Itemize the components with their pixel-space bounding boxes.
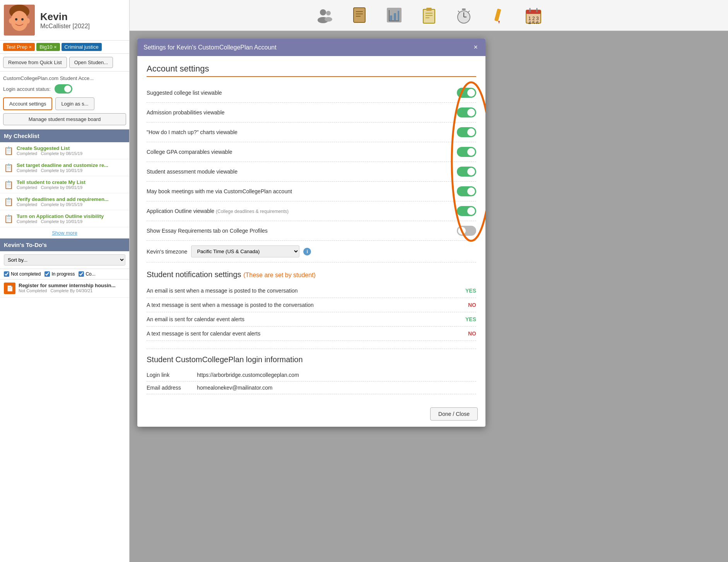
student-account-title: CustomCollegePlan.com Student Acce... xyxy=(3,75,126,81)
todo-filter-row: Not completed In progress Co... xyxy=(0,269,129,279)
timezone-select[interactable]: Pacific Time (US & Canada)Eastern Time (… xyxy=(191,245,299,257)
svg-point-7 xyxy=(320,9,326,15)
setting-row-2: Admission probabilities viewable xyxy=(147,103,476,123)
checklist-icon-1: 📋 xyxy=(4,146,14,155)
nav-icon-clipboard[interactable] xyxy=(419,6,439,25)
checklist-item-5-status: Completed Complete by 10/01/19 xyxy=(17,219,125,224)
svg-rect-11 xyxy=(354,8,365,22)
timezone-info-icon[interactable]: i xyxy=(303,248,311,255)
checklist-icon-2: 📋 xyxy=(4,163,14,172)
setting-row-6: May book meetings with me via CustomColl… xyxy=(147,182,476,201)
student-account-section: CustomCollegePlan.com Student Acce... Lo… xyxy=(0,72,129,129)
checklist-item-2-title: Set target deadline and customize re... xyxy=(17,162,125,168)
modal-close-button[interactable]: × xyxy=(472,43,479,51)
account-settings-button[interactable]: Account settings xyxy=(3,97,52,110)
filter-completed-checkbox[interactable] xyxy=(79,271,84,277)
notif-row-3: An email is sent for calendar event aler… xyxy=(147,312,476,327)
setting-row-7: Application Outline viewable (College de… xyxy=(147,201,476,221)
account-settings-section-title: Account settings xyxy=(147,64,476,77)
svg-point-3 xyxy=(15,18,17,20)
svg-point-10 xyxy=(325,17,332,22)
todo-sort-select[interactable]: Sort by... xyxy=(4,254,125,266)
checklist-icon-3: 📋 xyxy=(4,180,14,189)
setting-toggle-7[interactable] xyxy=(457,206,476,216)
svg-rect-20 xyxy=(394,13,396,21)
nav-icon-pencil[interactable] xyxy=(489,6,508,25)
tag-test-prep[interactable]: Test Prep × xyxy=(3,43,35,51)
svg-rect-22 xyxy=(423,9,435,23)
checklist-item-2-status: Completed Complete by 10/01/19 xyxy=(17,168,125,173)
open-student-button[interactable]: Open Studen... xyxy=(69,57,113,68)
manage-message-board-button[interactable]: Manage student message board xyxy=(3,113,126,125)
nav-icon-notes[interactable] xyxy=(350,6,369,25)
setting-toggle-4[interactable] xyxy=(457,147,476,157)
remove-quick-list-button[interactable]: Remove from Quick List xyxy=(3,57,67,68)
notification-section: Student notification settings (These are… xyxy=(147,270,476,341)
filter-in-progress-label: In progress xyxy=(51,271,75,277)
checklist-item: 📋 Create Suggested List Completed Comple… xyxy=(0,142,129,159)
checklist-item-3-status: Completed Complete by 09/01/19 xyxy=(17,185,125,190)
checklist-icon-4: 📋 xyxy=(4,197,14,206)
svg-text:4 5 6: 4 5 6 xyxy=(528,20,539,24)
svg-rect-31 xyxy=(462,9,466,10)
notif-value-2: NO xyxy=(468,302,476,308)
nav-icon-chart[interactable] xyxy=(385,6,404,25)
nav-icon-timer[interactable] xyxy=(454,6,473,25)
notif-label-2: A text message is sent when a message is… xyxy=(147,302,314,308)
setting-label-5: Student assessment module viewable xyxy=(147,169,238,175)
modal-overlay: Settings for Kevin's CustomCollegePlan A… xyxy=(130,31,728,562)
todo-icon: 📄 xyxy=(4,283,15,294)
checklist-item-1-title: Create Suggested List xyxy=(17,145,125,151)
setting-row-1: Suggested college list viewable xyxy=(147,83,476,103)
setting-toggle-6[interactable] xyxy=(457,186,476,196)
notif-value-3: YES xyxy=(465,316,476,322)
student-last-name-year: McCallister [2022] xyxy=(40,23,90,30)
tag-big10[interactable]: Big10 × xyxy=(36,43,60,51)
modal-header: Settings for Kevin's CustomCollegePlan A… xyxy=(137,39,485,56)
login-status-toggle[interactable] xyxy=(55,84,72,94)
login-info-row-2: Email address homealonekev@mailinator.co… xyxy=(147,381,476,394)
timezone-row: Kevin's timezone Pacific Time (US & Cana… xyxy=(147,241,476,262)
svg-point-2 xyxy=(11,11,28,31)
nav-icon-people[interactable] xyxy=(315,6,334,25)
setting-toggle-1[interactable] xyxy=(457,88,476,98)
todo-item-1-title: Register for summer internship housin... xyxy=(19,283,125,288)
setting-label-2: Admission probabilities viewable xyxy=(147,109,225,116)
setting-label-3: "How do I match up?" charts viewable xyxy=(147,129,238,135)
filter-not-completed-label: Not completed xyxy=(11,271,41,277)
checklist-icon-5: 📋 xyxy=(4,214,14,223)
checklist-item: 📋 Set target deadline and customize re..… xyxy=(0,159,129,176)
done-close-button[interactable]: Done / Close xyxy=(430,407,478,421)
tag-criminal-justice[interactable]: Criminal justice xyxy=(62,43,102,51)
setting-toggle-2[interactable] xyxy=(457,107,476,118)
todo-sort-row: Sort by... xyxy=(0,251,129,269)
todo-item-1-sub: Not Completed Complete By 04/30/21 xyxy=(19,288,125,293)
setting-row-8: Show Essay Requirements tab on College P… xyxy=(147,221,476,241)
notification-subtitle: (These are set by student) xyxy=(243,272,316,278)
filter-not-completed-checkbox[interactable] xyxy=(4,271,9,277)
student-header: Kevin McCallister [2022] xyxy=(0,0,129,41)
student-name-block: Kevin McCallister [2022] xyxy=(40,11,90,30)
login-info-val-1: https://arborbridge.customcollegeplan.co… xyxy=(197,372,299,378)
todo-item: 📄 Register for summer internship housin.… xyxy=(0,279,129,298)
login-as-button[interactable]: Login as s... xyxy=(55,97,94,110)
checklist-section-header: My Checklist xyxy=(0,129,129,142)
setting-toggle-3[interactable] xyxy=(457,127,476,137)
login-status-label: Login account status: xyxy=(3,86,51,92)
svg-point-6 xyxy=(26,18,30,24)
checklist-title: My Checklist xyxy=(4,133,39,139)
notif-value-4: NO xyxy=(468,330,476,337)
setting-toggle-5[interactable] xyxy=(457,167,476,177)
filter-completed-label: Co... xyxy=(85,271,95,277)
setting-toggle-8[interactable] xyxy=(457,226,476,236)
show-more-link[interactable]: Show more xyxy=(52,230,77,236)
filter-in-progress-checkbox[interactable] xyxy=(44,271,50,277)
checklist-item: 📋 Turn on Application Outline visibility… xyxy=(0,210,129,227)
setting-row-3: "How do I match up?" charts viewable xyxy=(147,123,476,142)
svg-rect-37 xyxy=(526,10,541,14)
login-info-row-1: Login link https://arborbridge.customcol… xyxy=(147,369,476,381)
notif-row-2: A text message is sent when a message is… xyxy=(147,298,476,312)
nav-icon-calendar[interactable]: 1 2 3 4 5 6 xyxy=(524,6,543,25)
notif-label-1: An email is sent when a message is poste… xyxy=(147,288,298,294)
checklist-item-5-title: Turn on Application Outline visibility xyxy=(17,213,125,219)
